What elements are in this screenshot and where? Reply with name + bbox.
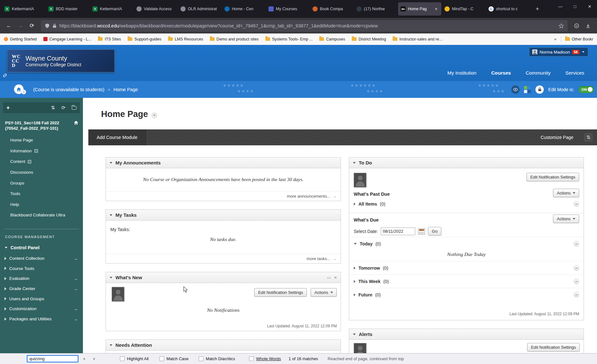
back-icon[interactable]: ← — [3, 20, 15, 32]
browser-tab[interactable]: shortcut to c ✕ — [486, 2, 529, 16]
url-field[interactable]: https://blackboard.wcccd.edu/webapps/bla… — [41, 20, 568, 32]
expand-icon[interactable] — [354, 266, 355, 269]
actions-button[interactable]: Actions — [553, 189, 579, 197]
bookmark-item[interactable]: Cengage Learning - L... — [43, 37, 91, 41]
reorder-icon[interactable]: ⇅ — [51, 105, 55, 111]
browser-tab[interactable]: (17) Northw ✕ — [354, 2, 397, 16]
new-tab-button[interactable]: + — [532, 4, 543, 14]
course-menu-item[interactable]: Groups — [0, 178, 83, 189]
course-menu-item[interactable]: Blackboard Collaborate Ultra — [0, 210, 83, 221]
tracking-shield-icon[interactable] — [45, 23, 50, 28]
window-minimize-icon[interactable]: — — [553, 0, 568, 13]
course-menu-item[interactable]: Help — [0, 199, 83, 210]
browser-tab[interactable]: BDD master ✕ — [46, 2, 89, 16]
bookmark-item[interactable]: Getting Started — [4, 37, 37, 41]
browser-tab[interactable]: My Courses ✕ — [266, 2, 309, 16]
refresh-icon[interactable]: ⟳ — [61, 105, 65, 111]
find-previous-icon[interactable]: ∧ — [80, 355, 88, 363]
collapse-icon[interactable] — [110, 344, 113, 346]
lock-icon[interactable] — [535, 85, 544, 94]
expand-icon[interactable] — [354, 293, 355, 296]
expand-icon[interactable] — [4, 277, 6, 280]
bookmark-star-icon[interactable] — [559, 23, 564, 28]
lock-icon[interactable] — [53, 24, 56, 28]
dismiss-icon[interactable] — [574, 265, 579, 271]
open-arrow-icon[interactable]: → — [73, 286, 78, 291]
tab-close-icon[interactable]: ✕ — [433, 6, 439, 12]
browser-tab[interactable]: OLR Administrat ✕ — [178, 2, 221, 16]
header-nav-tab[interactable]: Courses — [491, 70, 511, 76]
edit-mode-toggle[interactable]: ON — [579, 86, 594, 93]
control-panel-item[interactable]: Evaluation → — [0, 273, 83, 284]
course-menu-item[interactable]: Content — [0, 156, 83, 167]
control-panel-item[interactable]: Packages and Utilities → — [0, 314, 83, 324]
bookmark-item[interactable]: LMS Resources — [168, 37, 203, 41]
header-nav-tab[interactable]: My Institution — [447, 70, 476, 76]
control-panel-item[interactable]: Content Collection → — [0, 253, 83, 264]
bookmark-item[interactable]: ITS Sites — [98, 37, 121, 41]
folder-view-icon[interactable] — [72, 106, 77, 110]
window-maximize-icon[interactable]: □ — [568, 0, 582, 13]
module-header[interactable]: My Tasks — [106, 210, 341, 221]
todo-row-today[interactable]: Today (0) — [349, 237, 584, 250]
window-close-icon[interactable]: ✕ — [582, 0, 597, 13]
whole-words-option[interactable]: Whole Words — [249, 356, 281, 361]
expand-icon[interactable] — [4, 287, 6, 290]
collapse-icon[interactable] — [354, 243, 357, 244]
add-menu-item-icon[interactable]: + — [6, 105, 10, 111]
todo-row-future[interactable]: Future (0) — [349, 288, 584, 301]
control-panel-toggle[interactable]: Control Panel — [0, 243, 83, 253]
student-preview-eye-icon[interactable] — [511, 85, 520, 94]
find-input[interactable] — [27, 355, 78, 362]
module-header[interactable]: To Do — [349, 157, 584, 168]
all-items-row[interactable]: All Items (0) — [349, 197, 584, 210]
course-menu-item[interactable]: Home Page — [0, 135, 83, 146]
expand-icon[interactable] — [354, 280, 355, 283]
dismiss-icon[interactable] — [574, 201, 579, 207]
calendar-icon[interactable] — [418, 228, 425, 235]
browser-tab[interactable]: MindTap - C ✕ — [442, 2, 485, 16]
collapse-icon[interactable] — [110, 277, 113, 278]
reorder-modules-icon[interactable]: ⇅ — [584, 133, 593, 142]
theme-grid-icon[interactable] — [524, 86, 531, 93]
match-case-option[interactable]: Match Case — [159, 356, 188, 361]
downloads-icon[interactable] — [582, 20, 594, 32]
bookmark-item[interactable]: Demo and product sites — [210, 37, 259, 41]
forward-icon[interactable]: → — [15, 20, 26, 32]
expand-icon[interactable] — [4, 267, 6, 270]
breadcrumb-home-chevron-icon[interactable] — [21, 90, 26, 94]
course-menu-item[interactable]: Information — [0, 146, 83, 157]
header-nav-tab[interactable]: Services — [565, 70, 584, 76]
checkbox[interactable] — [120, 356, 125, 361]
browser-tab[interactable]: KettermanIA ✕ — [90, 2, 133, 16]
dismiss-icon[interactable] — [574, 241, 579, 246]
bookmark-item[interactable]: District Meeting — [352, 37, 386, 41]
module-header[interactable]: My Announcements — [106, 157, 341, 168]
page-title-menu-icon[interactable] — [151, 113, 157, 118]
course-menu-item[interactable]: Tools — [0, 188, 83, 199]
reload-icon[interactable]: ⟳ — [26, 20, 38, 32]
open-arrow-icon[interactable]: → — [73, 276, 78, 281]
bookmark-item[interactable]: Systems Tools- Emp ... — [265, 37, 313, 41]
control-panel-item[interactable]: Customization → — [0, 304, 83, 314]
browser-tab[interactable]: Home Pag ✕ — [398, 2, 441, 16]
collapse-icon[interactable] — [110, 214, 113, 216]
edit-notification-settings-button[interactable]: Edit Notification Settings — [527, 343, 580, 352]
bookmarks-overflow-chevron-icon[interactable]: » — [554, 37, 556, 41]
wcccd-logo[interactable]: WCCCD Wayne County Community College Dis… — [7, 49, 115, 72]
edit-notification-settings-button[interactable]: Edit Notification Settings — [254, 288, 307, 297]
expand-icon[interactable] — [354, 202, 355, 205]
go-button[interactable]: Go — [428, 227, 441, 236]
match-diacritics-option[interactable]: Match Diacritics — [199, 356, 235, 361]
header-nav-tab[interactable]: Community — [526, 70, 550, 76]
checkbox[interactable] — [159, 356, 164, 361]
open-arrow-icon[interactable]: → — [73, 256, 78, 261]
expand-icon[interactable] — [4, 257, 6, 260]
collapse-icon[interactable] — [353, 162, 356, 164]
bookmark-item[interactable]: Campuses — [319, 37, 345, 41]
popout-module-icon[interactable]: ▭ — [327, 275, 331, 280]
home-icon[interactable] — [74, 120, 78, 126]
expand-icon[interactable] — [4, 307, 6, 310]
browser-tab[interactable]: KettermanIA ✕ — [2, 2, 45, 16]
actions-button[interactable]: Actions — [311, 288, 337, 297]
